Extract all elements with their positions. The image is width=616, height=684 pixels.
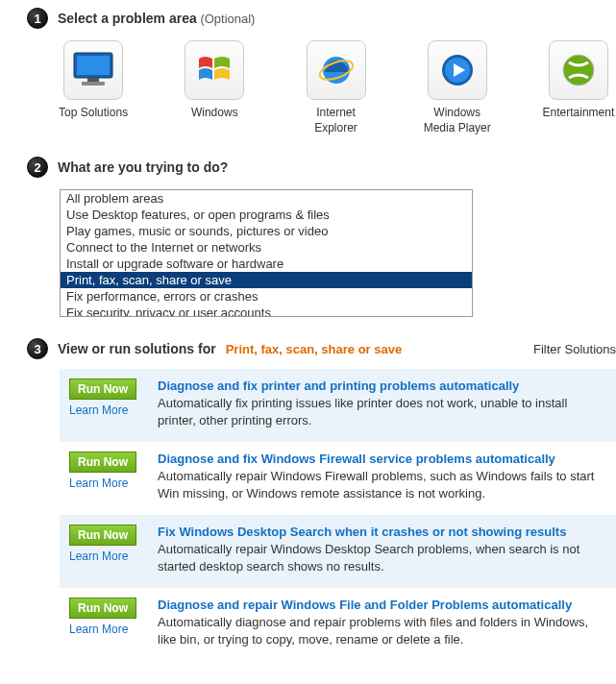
problem-area-tiles: Top Solutions Windows: [56, 40, 616, 135]
listbox-item[interactable]: Install or upgrade software or hardware: [61, 256, 472, 272]
step3-topic: Print, fax, scan, share or save: [226, 342, 403, 356]
step3-section: 3 View or run solutions for Print, fax, …: [0, 338, 616, 661]
tile-label: Entertainment: [543, 106, 615, 121]
solution-description: Automatically fix printing issues like p…: [158, 395, 606, 428]
step2-header: 2 What are you trying to do?: [27, 157, 616, 178]
xbox-icon: [549, 40, 608, 100]
ie-icon: [307, 40, 366, 100]
solution-body: Diagnose and fix printer and printing pr…: [158, 379, 606, 428]
listbox-item[interactable]: Fix security, privacy or user accounts: [61, 305, 472, 317]
learn-more-link[interactable]: Learn More: [69, 403, 128, 417]
windows-icon: [185, 40, 244, 100]
filter-solutions-link[interactable]: Filter Solutions: [533, 342, 616, 356]
tile-windows[interactable]: Windows: [177, 40, 252, 135]
tile-internet-explorer[interactable]: Internet Explorer: [298, 40, 373, 135]
step1-badge: 1: [27, 8, 48, 29]
listbox-item[interactable]: Print, fax, scan, share or save: [61, 272, 472, 288]
solution-description: Automatically repair Windows Desktop Sea…: [158, 541, 606, 574]
solutions-list: Run NowLearn MoreDiagnose and fix printe…: [60, 369, 616, 661]
run-now-button[interactable]: Run Now: [69, 598, 136, 619]
run-column: Run NowLearn More: [69, 379, 144, 428]
monitor-icon: [63, 40, 123, 100]
svg-rect-1: [77, 56, 110, 75]
run-now-button[interactable]: Run Now: [69, 379, 136, 400]
step2-badge: 2: [27, 157, 48, 178]
tile-label: Internet Explorer: [298, 106, 373, 135]
tile-label: Windows Media Player: [420, 106, 495, 135]
tile-label: Windows: [191, 106, 238, 121]
solution-title[interactable]: Diagnose and repair Windows File and Fol…: [158, 598, 606, 612]
learn-more-link[interactable]: Learn More: [69, 476, 128, 490]
step3-header: 3 View or run solutions for Print, fax, …: [27, 338, 616, 359]
step1-title: Select a problem area: [58, 11, 197, 26]
step1-optional: (Optional): [200, 12, 255, 26]
step1-section: 1 Select a problem area (Optional) Top S…: [0, 8, 616, 135]
run-now-button[interactable]: Run Now: [69, 525, 136, 546]
step3-badge: 3: [27, 338, 48, 359]
tile-wmp[interactable]: Windows Media Player: [420, 40, 495, 135]
step2-title: What are you trying to do?: [58, 159, 228, 175]
listbox-item[interactable]: All problem areas: [61, 190, 472, 207]
learn-more-link[interactable]: Learn More: [69, 550, 128, 563]
listbox-item[interactable]: Play games, music or sounds, pictures or…: [61, 223, 472, 239]
wmp-icon: [428, 40, 487, 100]
run-column: Run NowLearn More: [69, 452, 144, 501]
listbox-item[interactable]: Use Desktop features, or open programs &…: [61, 207, 472, 223]
solution-title[interactable]: Diagnose and fix Windows Firewall servic…: [158, 452, 606, 466]
step1-header: 1 Select a problem area (Optional): [27, 8, 616, 29]
tile-label: Top Solutions: [59, 106, 128, 121]
svg-rect-2: [87, 78, 99, 82]
problem-listbox[interactable]: All problem areasUse Desktop features, o…: [60, 189, 473, 317]
step2-section: 2 What are you trying to do? All problem…: [0, 157, 616, 317]
solution-title[interactable]: Fix Windows Desktop Search when it crash…: [158, 525, 606, 539]
step3-title-prefix: View or run solutions for: [58, 341, 216, 356]
learn-more-link[interactable]: Learn More: [69, 623, 128, 636]
solution-row: Run NowLearn MoreDiagnose and fix printe…: [60, 369, 616, 442]
run-column: Run NowLearn More: [69, 525, 144, 574]
solution-body: Diagnose and repair Windows File and Fol…: [158, 598, 606, 647]
solution-row: Run NowLearn MoreFix Windows Desktop Sea…: [60, 515, 616, 588]
solution-title[interactable]: Diagnose and fix printer and printing pr…: [158, 379, 606, 393]
listbox-item[interactable]: Connect to the Internet or networks: [61, 239, 472, 256]
solution-description: Automatically repair Windows Firewall pr…: [158, 468, 606, 501]
tile-top-solutions[interactable]: Top Solutions: [56, 40, 131, 135]
solution-body: Diagnose and fix Windows Firewall servic…: [158, 452, 606, 501]
solution-row: Run NowLearn MoreDiagnose and repair Win…: [60, 588, 616, 661]
listbox-item[interactable]: Fix performance, errors or crashes: [61, 288, 472, 305]
solution-row: Run NowLearn MoreDiagnose and fix Window…: [60, 442, 616, 515]
svg-rect-3: [82, 82, 105, 86]
tile-entertainment[interactable]: Entertainment: [541, 40, 616, 135]
solution-body: Fix Windows Desktop Search when it crash…: [158, 525, 606, 574]
run-now-button[interactable]: Run Now: [69, 452, 136, 473]
run-column: Run NowLearn More: [69, 598, 144, 647]
solution-description: Automatically diagnose and repair proble…: [158, 614, 606, 647]
